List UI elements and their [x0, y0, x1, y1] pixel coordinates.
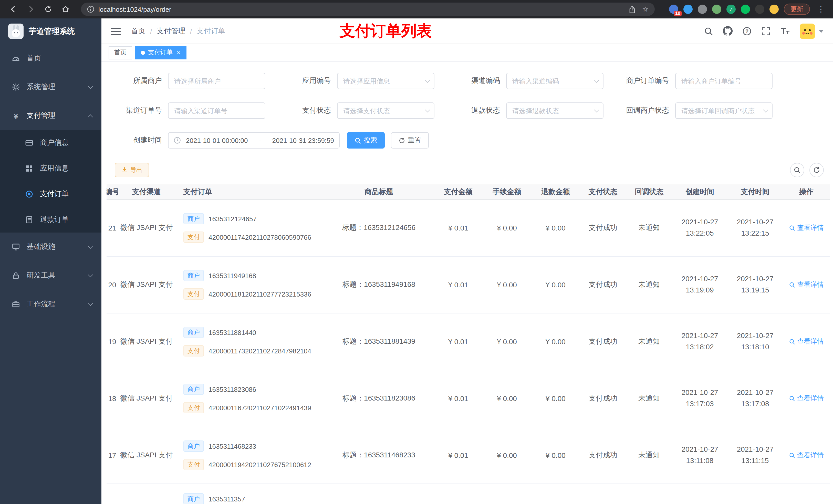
fee-amount: ¥ 0.00 [482, 451, 531, 459]
extension-icon-4[interactable] [712, 5, 721, 14]
fee-amount: ¥ 0.00 [482, 394, 531, 403]
extension-icon-8[interactable] [769, 5, 779, 14]
merchant-order-no-input[interactable] [675, 73, 772, 89]
view-detail-link[interactable]: 查看详情 [789, 337, 824, 346]
channel-code-select[interactable] [506, 73, 603, 89]
pay-tag: 支付 [184, 232, 204, 243]
filter-app: 应用编号 [276, 73, 445, 89]
screen: localhost:1024/pay/order ☆ 10 ✓ 更新 ⋮ 芋道管… [0, 0, 833, 504]
channel-order-no-input[interactable] [168, 102, 265, 119]
reload-icon[interactable] [41, 2, 55, 16]
pay-channel: 微信 JSAPI 支付 [118, 223, 175, 233]
page-content: 所属商户 应用编号 渠道编码 商户订单编号 [101, 62, 833, 504]
bookmark-star-icon[interactable]: ☆ [642, 5, 648, 13]
extension-icon-6[interactable] [741, 5, 750, 14]
pay-tag: 支付 [184, 402, 204, 413]
extension-icon-3[interactable] [698, 5, 707, 14]
sidebar-item-payment[interactable]: ¥ 支付管理 [0, 101, 101, 130]
site-info-icon[interactable] [87, 6, 94, 13]
create-time: 2021-10-27 13:18:02 [672, 331, 728, 353]
date-range-picker[interactable]: 2021-10-01 00:00:00 - 2021-10-31 23:59:5… [168, 132, 340, 148]
filter-create-time: 创建时间 2021-10-01 00:00:00 - 2021-10-31 23… [106, 132, 833, 148]
font-size-icon[interactable] [780, 27, 790, 35]
browser-update-button[interactable]: 更新 [784, 4, 810, 15]
notify-status-select[interactable] [675, 102, 772, 119]
sidebar-item-app-info[interactable]: 应用信息 [0, 156, 101, 181]
sidebar-item-label: 应用信息 [40, 164, 69, 173]
order-id: 18 [106, 394, 118, 403]
tab-home[interactable]: 首页 [109, 46, 132, 59]
sidebar-item-infra[interactable]: 基础设施 [0, 233, 101, 261]
notify-status: 未通知 [626, 451, 672, 460]
sidebar-item-merchant-info[interactable]: 商户信息 [0, 130, 101, 156]
sidebar-logo[interactable]: 芋道管理系统 [0, 19, 101, 44]
close-icon[interactable]: × [177, 49, 181, 56]
extensions-cluster: 10 ✓ 更新 ⋮ [669, 4, 827, 15]
user-menu[interactable] [800, 23, 824, 39]
merchant-order-no: 1635311881440 [209, 329, 256, 336]
search-button[interactable]: 搜索 [347, 132, 385, 148]
app-select[interactable] [337, 73, 434, 89]
breadcrumb-home[interactable]: 首页 [131, 26, 145, 35]
help-icon[interactable]: ? [742, 26, 752, 35]
pay-order-no: 4200001167202110271022491439 [209, 404, 311, 411]
share-icon[interactable] [629, 5, 636, 13]
page-title: 支付订单列表 [340, 21, 432, 42]
app-header: 首页 / 支付管理 / 支付订单 支付订单列表 ? [101, 19, 833, 44]
sidebar-item-home[interactable]: 首页 [0, 44, 101, 73]
filter-pay-status: 支付状态 [276, 102, 445, 119]
toggle-search-button[interactable] [790, 163, 804, 177]
sidebar-item-system[interactable]: 系统管理 [0, 73, 101, 101]
view-detail-link[interactable]: 查看详情 [789, 223, 824, 233]
extension-icon-2[interactable] [684, 5, 693, 14]
filter-channel-order-no: 渠道订单号 [106, 102, 276, 119]
active-tab-dot [141, 50, 145, 54]
pay-time: 2021-10-27 13:11:15 [728, 444, 783, 466]
sidebar-item-devtools[interactable]: 研发工具 [0, 261, 101, 290]
pay-channel: 微信 JSAPI 支付 [118, 280, 175, 289]
goods-title: 标题：1635311881439 [324, 337, 434, 346]
refund-status-select[interactable] [506, 102, 603, 119]
sidebar-item-workflow[interactable]: 工作流程 [0, 290, 101, 318]
merchant-order-no: 1635311949168 [209, 272, 256, 280]
goods-title: 标题：1635311823086 [324, 394, 434, 403]
pay-tag: 支付 [184, 459, 204, 470]
fullscreen-icon[interactable] [761, 26, 770, 35]
goods-title: 标题：1635311949168 [324, 280, 434, 289]
create-time: 2021-10-27 13:19:09 [672, 274, 728, 296]
table-row: 19 微信 JSAPI 支付 商户 1635311881440 支付 42000… [106, 313, 830, 370]
chevron-down-icon [88, 243, 93, 249]
create-time: 2021-10-27 13:22:05 [672, 217, 728, 239]
pay-amount: ¥ 0.01 [434, 224, 482, 232]
merchant-input[interactable] [168, 73, 265, 89]
pay-status-select[interactable] [337, 102, 434, 119]
sidebar-toggle-icon[interactable] [111, 27, 121, 34]
address-bar[interactable]: localhost:1024/pay/order ☆ [81, 3, 655, 16]
sidebar-item-refund-order[interactable]: 退款订单 [0, 207, 101, 233]
filter-refund-status: 退款状态 [445, 102, 614, 119]
home-icon[interactable] [58, 2, 73, 16]
view-detail-link[interactable]: 查看详情 [789, 394, 824, 403]
github-icon[interactable] [723, 26, 733, 36]
view-detail-link[interactable]: 查看详情 [789, 280, 824, 289]
notify-status: 未通知 [626, 394, 672, 403]
reset-button[interactable]: 重置 [391, 132, 429, 148]
view-detail-link[interactable]: 查看详情 [789, 451, 824, 460]
search-icon[interactable] [704, 26, 713, 35]
merchant-order-no: 1635312124657 [209, 215, 257, 222]
sidebar-item-pay-order[interactable]: 支付订单 [0, 181, 101, 207]
fee-amount: ¥ 0.00 [482, 281, 531, 289]
back-icon[interactable] [6, 2, 21, 16]
browser-menu-icon[interactable]: ⋮ [815, 5, 827, 14]
extension-icon-1[interactable]: 10 [669, 5, 678, 14]
forward-icon[interactable] [24, 2, 38, 16]
refresh-button[interactable] [809, 163, 824, 177]
export-button[interactable]: 导出 [115, 163, 149, 177]
pay-amount: ¥ 0.01 [434, 338, 482, 346]
tab-pay-order[interactable]: 支付订单 × [135, 46, 186, 59]
breadcrumb-payment[interactable]: 支付管理 [157, 26, 186, 35]
dashboard-icon [11, 54, 21, 63]
merchant-tag: 商户 [184, 493, 204, 504]
extension-icon-5[interactable]: ✓ [727, 5, 736, 14]
extension-icon-7[interactable] [755, 5, 764, 14]
